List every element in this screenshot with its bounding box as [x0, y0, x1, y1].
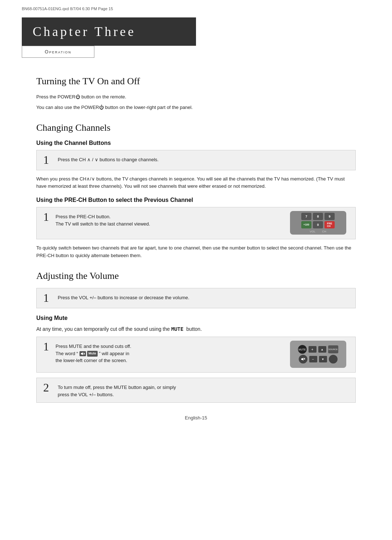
section-adjusting-volume: Adjusting the Volume 1 Press the VOL +/–… — [36, 271, 356, 403]
subsection-mute: Using Mute At any time, you can temporar… — [36, 315, 356, 403]
mute-row2: − ▼ — [299, 355, 338, 364]
step-number-ch1: 1 — [43, 154, 51, 166]
mute-step1-line2a: The word “ — [56, 351, 78, 356]
step-content-prech1: Press the PRE-CH button. The TV will swi… — [56, 211, 287, 227]
key-7: 7 — [301, 213, 311, 220]
section-title-volume: Adjusting the Volume — [36, 271, 356, 281]
mute-step1-line2: The word “ — [56, 350, 287, 357]
chapter-title-box: Chapter Three — [22, 17, 196, 46]
mute-word-badge: Mute — [87, 351, 98, 357]
prech-line2: The TV will switch to the last channel v… — [56, 220, 287, 228]
mute-row1: MUTE + ▲ SOURCE — [298, 345, 338, 354]
svg-marker-3 — [301, 358, 303, 361]
step-right-prech: 7 8 9 +100 0 PRECH VOL CH — [287, 211, 349, 235]
keypad-row1: 7 8 9 — [301, 213, 335, 220]
mute-icon-inline: Mute — [79, 351, 98, 357]
keypad-labels: VOL CH — [310, 230, 326, 233]
turning-tv-body1: Press the POWER⏻ button on the remote. — [36, 93, 356, 101]
step-number-vol1: 1 — [43, 292, 51, 304]
minus-btn: − — [309, 356, 317, 362]
key-prech: PRECH — [324, 221, 335, 228]
footer-text: English-15 — [185, 415, 207, 421]
keypad-row2: +100 0 PRECH — [301, 221, 335, 228]
subsection-prech: Using the PRE-CH Button to select the Pr… — [36, 197, 356, 260]
mute-intro: At any time, you can temporarily cut off… — [36, 325, 356, 333]
main-content: Turning the TV On and Off Press the POWE… — [0, 58, 392, 446]
chapter-subtitle: Operation — [37, 49, 79, 54]
key-9: 9 — [324, 213, 335, 220]
plus-btn: + — [309, 346, 317, 353]
page-footer: English-15 — [36, 408, 356, 431]
chapter-header: Chapter Three Operation — [22, 17, 370, 58]
subsection-channel-buttons: Using the Channel Buttons 1 Press the CH… — [36, 140, 356, 191]
down-btn: ▼ — [319, 356, 327, 362]
step-box-mute1: 1 Press MUTE and the sound cuts off. The… — [36, 337, 356, 373]
mute-step1-line1: Press MUTE and the sound cuts off. — [56, 343, 287, 350]
section-changing-channels: Changing Channels Using the Channel Butt… — [36, 122, 356, 260]
mute-step2-line1: To turn mute off, press the MUTE button … — [58, 384, 349, 391]
subsection-title-channel-buttons: Using the Channel Buttons — [36, 140, 356, 146]
mute-speaker-icon — [81, 352, 85, 356]
step-left-mute1: 1 Press MUTE and the sound cuts off. The… — [43, 341, 287, 364]
remote-keypad-prech: 7 8 9 +100 0 PRECH VOL CH — [290, 211, 346, 235]
page-wrapper: BN68-00751A-01ENG.qxd 8/7/04 6:30 PM Pag… — [0, 0, 392, 540]
step-box-mute2: 2 To turn mute off, press the MUTE butto… — [36, 378, 356, 403]
svg-marker-0 — [81, 352, 83, 355]
key-8: 8 — [313, 213, 323, 220]
remote-mute-keypad: MUTE + ▲ SOURCE — [290, 341, 346, 368]
step-text-ch1: Press the CH ∧ / ∨ buttons to change cha… — [58, 157, 159, 162]
file-info: BN68-00751A-01ENG.qxd 8/7/04 6:30 PM Pag… — [22, 7, 113, 11]
mute-step2-line2: press the VOL +/– buttons. — [58, 391, 349, 398]
step-number-mute1: 1 — [43, 341, 51, 352]
mute-circle-btn: MUTE — [298, 345, 307, 354]
turning-tv-body2: You can also use the POWER⏻ button on th… — [36, 104, 356, 111]
step-content-mute2: To turn mute off, press the MUTE button … — [58, 382, 349, 398]
section-title-changing-channels: Changing Channels — [36, 122, 356, 133]
label-vol: VOL — [310, 230, 315, 233]
empty-btn — [329, 355, 338, 364]
step-number-prech1: 1 — [43, 211, 51, 223]
mute-icon-svg — [301, 357, 305, 361]
step-right-mute1: MUTE + ▲ SOURCE — [287, 341, 349, 368]
step-content-mute1: Press MUTE and the sound cuts off. The w… — [56, 341, 287, 364]
mute-step1-line3: the lower-left corner of the screen. — [56, 357, 287, 364]
prech-body: To quickly switch between two channels t… — [36, 244, 356, 260]
top-meta: BN68-00751A-01ENG.qxd 8/7/04 6:30 PM Pag… — [0, 0, 392, 11]
mute-step1-line2b: ” will appear in — [99, 351, 129, 356]
mute-center-icon — [299, 355, 307, 364]
operation-box: Operation — [22, 46, 94, 58]
up-btn: ▲ — [318, 346, 326, 353]
step-box-ch1: 1 Press the CH ∧ / ∨ buttons to change c… — [36, 150, 356, 170]
mute-icon-box — [79, 351, 86, 356]
chapter-title: Chapter Three — [33, 24, 185, 39]
prech-line1: Press the PRE-CH button. — [56, 213, 287, 220]
key-100: +100 — [301, 221, 311, 228]
key-0: 0 — [313, 221, 323, 228]
section-title-turning-tv: Turning the TV On and Off — [36, 76, 356, 87]
step-left-prech: 1 Press the PRE-CH button. The TV will s… — [43, 211, 287, 227]
step-content-ch1: Press the CH ∧ / ∨ buttons to change cha… — [58, 154, 349, 163]
step-number-mute2: 2 — [43, 382, 51, 393]
section-turning-tv: Turning the TV On and Off Press the POWE… — [36, 76, 356, 111]
channel-buttons-body: When you press the CH∧/∨ buttons, the TV… — [36, 175, 356, 191]
source-btn: SOURCE — [328, 345, 338, 353]
subsection-title-mute: Using Mute — [36, 315, 356, 321]
subsection-title-prech: Using the PRE-CH Button to select the Pr… — [36, 197, 356, 203]
step-box-vol1: 1 Press the VOL +/– buttons to increase … — [36, 288, 356, 308]
step-box-prech1: 1 Press the PRE-CH button. The TV will s… — [36, 207, 356, 239]
step-content-vol1: Press the VOL +/– buttons to increase or… — [58, 292, 349, 301]
label-ch: CH — [322, 230, 326, 233]
mute-keyword: MUTE — [171, 326, 184, 332]
vol-step-text: Press the VOL +/– buttons to increase or… — [58, 295, 189, 300]
